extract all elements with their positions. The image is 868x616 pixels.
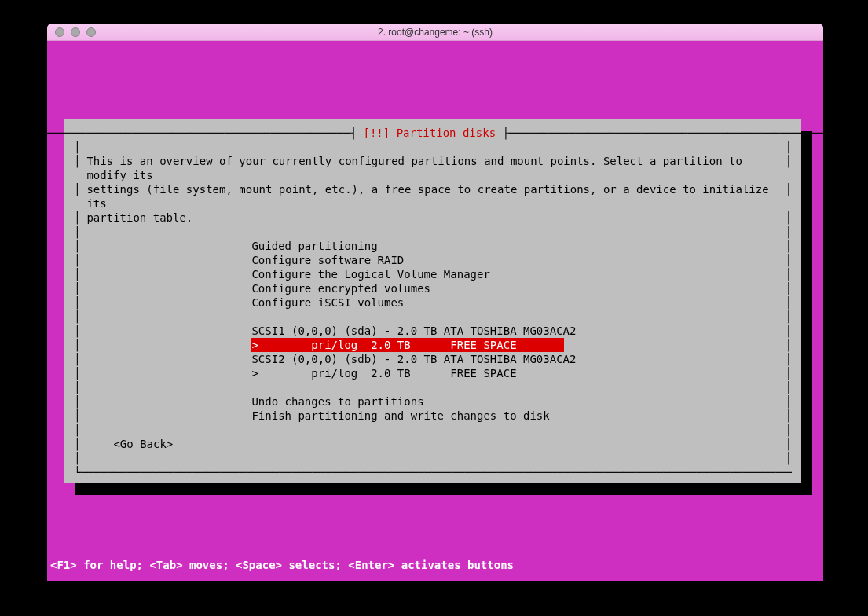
- terminal-window: 2. root@changeme: ~ (ssh) ┌─────────────…: [47, 24, 823, 581]
- terminal-content: ┌───────────────────────────────────────…: [47, 41, 823, 581]
- description-line-1: This is an overview of your currently co…: [74, 154, 792, 182]
- menu-finish[interactable]: Finish partitioning and write changes to…: [74, 409, 792, 423]
- window-titlebar: 2. root@changeme: ~ (ssh): [47, 24, 823, 41]
- menu-lvm[interactable]: Configure the Logical Volume Manager: [74, 267, 792, 281]
- border-top-right: ├───────────────────────────────────────…: [496, 126, 833, 140]
- window-title: 2. root@changeme: ~ (ssh): [47, 27, 823, 38]
- description-line-2: settings (file system, mount point, etc.…: [74, 182, 792, 211]
- dialog-title: [!!] Partition disks: [364, 126, 496, 140]
- go-back-button[interactable]: <Go Back>: [74, 437, 792, 451]
- border-top-left: ┌───────────────────────────────────────…: [32, 126, 363, 140]
- partition-dialog: ┌───────────────────────────────────────…: [64, 119, 801, 483]
- dialog-title-row: ┌───────────────────────────────────────…: [74, 126, 792, 140]
- blank-row: .: [74, 380, 792, 394]
- border-bottom: └───────────────────────────────────────…: [74, 465, 792, 479]
- menu-raid[interactable]: Configure software RAID: [74, 253, 792, 267]
- disk-sdb-header[interactable]: SCSI2 (0,0,0) (sdb) - 2.0 TB ATA TOSHIBA…: [74, 352, 792, 366]
- menu-undo[interactable]: Undo changes to partitions: [74, 394, 792, 409]
- disk-sda-header[interactable]: SCSI1 (0,0,0) (sda) - 2.0 TB ATA TOSHIBA…: [74, 324, 792, 338]
- disk-sdb-freespace[interactable]: > pri/log 2.0 TB FREE SPACE: [74, 366, 792, 380]
- menu-encrypted[interactable]: Configure encrypted volumes: [74, 281, 792, 295]
- blank-row: .: [74, 310, 792, 324]
- menu-guided[interactable]: Guided partitioning: [74, 239, 792, 253]
- blank-row: .: [74, 225, 792, 239]
- help-bar: <F1> for help; <Tab> moves; <Space> sele…: [47, 558, 514, 572]
- menu-iscsi[interactable]: Configure iSCSI volumes: [74, 295, 792, 310]
- blank-row: .: [74, 451, 792, 465]
- blank-row: .: [74, 423, 792, 437]
- disk-sda-freespace[interactable]: > pri/log 2.0 TB FREE SPACE: [74, 338, 792, 352]
- blank-row: .: [74, 140, 792, 154]
- description-line-3: partition table.: [74, 211, 792, 225]
